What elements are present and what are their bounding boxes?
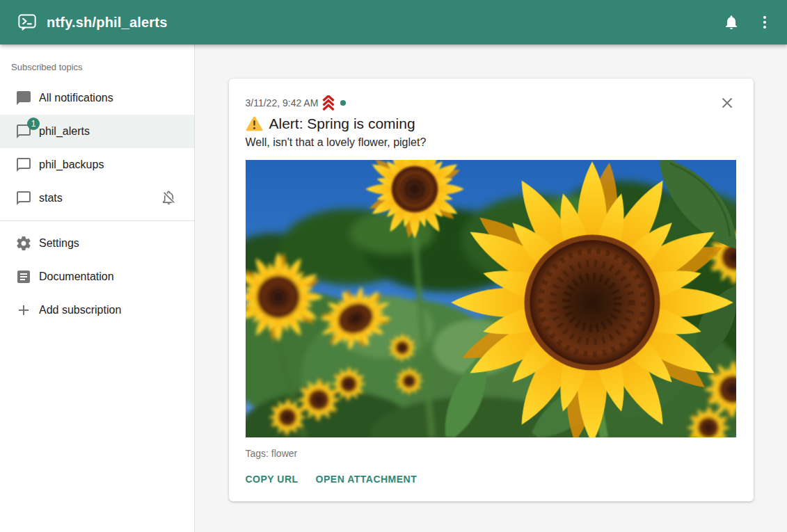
priority-max-icon — [321, 95, 336, 111]
bell-icon — [723, 14, 740, 31]
sidebar: Subscribed topics All notifications 1 ph… — [0, 45, 195, 532]
chat-bubble-filled-icon — [15, 90, 32, 106]
sidebar-item-label: Add subscription — [38, 304, 177, 316]
sidebar-item-documentation[interactable]: Documentation — [0, 260, 194, 293]
sidebar-item-label: Documentation — [38, 271, 177, 283]
copy-url-button[interactable]: COPY URL — [246, 474, 299, 485]
chat-bubble-outline-icon: 1 — [15, 123, 32, 140]
sidebar-item-all-notifications[interactable]: All notifications — [0, 81, 194, 115]
sidebar-item-stats[interactable]: stats — [0, 182, 194, 215]
ntfy-logo-icon — [17, 13, 37, 32]
notification-meta: 3/11/22, 9:42 AM — [246, 96, 737, 110]
chat-bubble-outline-icon — [15, 190, 32, 207]
sidebar-item-phil-alerts[interactable]: 1 phil_alerts — [0, 115, 194, 148]
notification-title: Alert: Spring is coming — [246, 115, 737, 132]
unread-indicator-dot — [340, 100, 346, 106]
sidebar-item-label: Settings — [38, 237, 177, 250]
overflow-menu-button[interactable] — [748, 6, 781, 39]
gear-icon — [15, 235, 32, 252]
sidebar-item-add-subscription[interactable]: Add subscription — [0, 293, 194, 327]
sidebar-item-label: stats — [38, 192, 161, 204]
plus-icon — [15, 302, 32, 319]
warning-triangle-icon — [246, 116, 263, 131]
tags-text: Tags: flower — [246, 448, 737, 459]
notifications-button[interactable] — [715, 6, 748, 39]
notification-actions: COPY URL OPEN ATTACHMENT — [246, 474, 737, 485]
sidebar-item-label: All notifications — [38, 92, 177, 104]
page-title: ntfy.sh/phil_alerts — [47, 15, 167, 31]
chat-bubble-outline-icon — [15, 156, 32, 173]
main-content: 3/11/22, 9:42 AM Alert: Spring is comi — [195, 45, 787, 532]
kebab-menu-icon — [756, 14, 773, 31]
notification-body: Well, isn't that a lovely flower, piglet… — [246, 136, 737, 149]
article-icon — [15, 268, 32, 285]
notifications-off-icon — [161, 190, 177, 207]
sidebar-item-phil-backups[interactable]: phil_backups — [0, 148, 194, 182]
open-attachment-button[interactable]: OPEN ATTACHMENT — [316, 474, 418, 485]
notification-card: 3/11/22, 9:42 AM Alert: Spring is comi — [229, 79, 754, 501]
app-bar: ntfy.sh/phil_alerts — [0, 0, 787, 45]
sidebar-item-label: phil_backups — [38, 159, 177, 171]
attachment-image[interactable] — [246, 160, 736, 437]
sidebar-item-settings[interactable]: Settings — [0, 227, 194, 260]
timestamp: 3/11/22, 9:42 AM — [246, 97, 319, 108]
sidebar-divider — [0, 220, 194, 221]
sidebar-item-label: phil_alerts — [38, 125, 177, 138]
unread-count-badge: 1 — [27, 118, 40, 130]
subscribed-topics-label: Subscribed topics — [0, 45, 194, 81]
close-icon[interactable] — [719, 95, 736, 111]
notification-title-text: Alert: Spring is coming — [269, 115, 415, 132]
